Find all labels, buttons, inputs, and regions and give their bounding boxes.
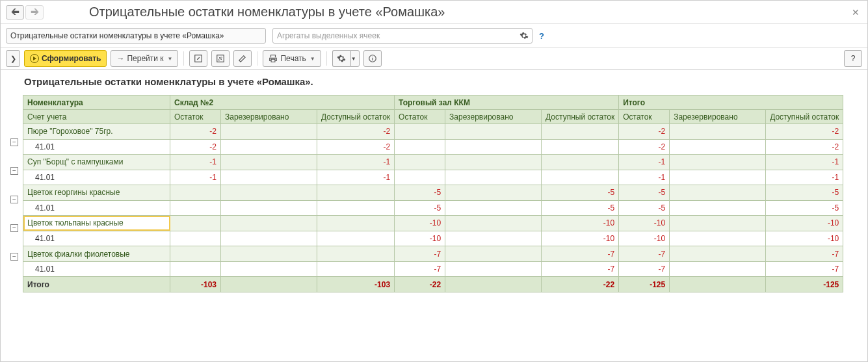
help-button[interactable]: ? [844, 50, 862, 67]
value-cell [317, 261, 395, 277]
value-cell: -7 [766, 246, 843, 262]
caret-down-icon: ▼ [310, 56, 315, 62]
value-cell: -2 [170, 124, 221, 140]
table-row[interactable]: Цветок фиалки фиолетовые-7-7-7-7 [23, 246, 843, 262]
row-expander[interactable]: − [10, 167, 18, 175]
value-cell: -5 [619, 185, 670, 201]
nav-forward-button[interactable]: 🡲 [25, 5, 44, 19]
value-cell [170, 200, 221, 216]
value-cell [445, 231, 542, 246]
value-cell [542, 155, 619, 170]
settings-dropdown[interactable]: ▼ [350, 50, 360, 67]
settings-button[interactable] [332, 50, 350, 67]
nav-back-button[interactable]: 🡰 [6, 5, 24, 19]
value-cell [542, 139, 619, 155]
value-cell [221, 277, 317, 292]
value-cell: -7 [542, 246, 619, 262]
value-cell: -2 [619, 124, 670, 140]
value-cell: -5 [395, 200, 445, 216]
row-group-name: Цветок фиалки фиолетовые [23, 246, 170, 262]
value-cell [170, 246, 221, 262]
value-cell [542, 124, 619, 140]
value-cell: -10 [542, 216, 619, 231]
value-cell [670, 277, 766, 292]
row-account: 41.01 [23, 261, 170, 277]
value-cell: -5 [542, 200, 619, 216]
value-cell [670, 139, 766, 155]
close-button[interactable]: ✕ [849, 6, 862, 19]
value-cell: -10 [619, 216, 670, 231]
value-cell [445, 246, 542, 262]
value-cell: -10 [542, 231, 619, 246]
value-cell: -22 [395, 277, 445, 292]
value-cell [670, 216, 766, 231]
print-button[interactable]: Печать ▼ [263, 50, 321, 67]
value-cell: -125 [766, 277, 843, 292]
value-cell: -1 [317, 170, 395, 185]
table-row[interactable]: 41.01-10-10-10-10 [23, 231, 843, 246]
info-button[interactable] [363, 50, 382, 67]
value-cell [221, 124, 317, 140]
value-cell [221, 246, 317, 262]
goto-button[interactable]: → Перейти к ▼ [111, 50, 178, 67]
value-cell [221, 261, 317, 277]
value-cell: -2 [317, 139, 395, 155]
row-account: 41.01 [23, 231, 170, 246]
table-row[interactable]: 41.01-1-1-1-1 [23, 170, 843, 185]
value-cell: -22 [542, 277, 619, 292]
table-row[interactable]: 41.01-2-2-2-2 [23, 139, 843, 155]
value-cell: -10 [395, 231, 445, 246]
row-expander[interactable]: − [10, 138, 18, 146]
value-cell [670, 124, 766, 140]
value-cell [445, 216, 542, 231]
printer-icon [269, 54, 278, 63]
value-cell [445, 200, 542, 216]
tool-icon-1[interactable] [189, 50, 207, 67]
value-cell: -7 [542, 261, 619, 277]
table-row[interactable]: 41.01-5-5-5-5 [23, 200, 843, 216]
report-name-field[interactable] [6, 28, 266, 44]
generate-button[interactable]: Сформировать [24, 50, 107, 67]
row-expander[interactable]: − [10, 253, 18, 261]
value-cell: -2 [766, 139, 843, 155]
col-account: Счет учета [23, 110, 170, 124]
value-cell: -1 [170, 155, 221, 170]
value-cell [170, 185, 221, 201]
goto-label: Перейти к [127, 54, 163, 63]
row-group-name: Цветок георгины красные [23, 185, 170, 201]
value-cell: -5 [766, 200, 843, 216]
value-cell [445, 277, 542, 292]
aggregates-field[interactable] [272, 28, 533, 44]
row-group-name: Цветок тюльпаны красные [23, 216, 170, 231]
row-group-name: Суп "Борщ" с пампушками [23, 155, 170, 170]
value-cell: -5 [766, 185, 843, 201]
row-expander[interactable]: − [10, 196, 18, 203]
row-account: 41.01 [23, 200, 170, 216]
row-group-name: Пюре "Гороховое" 75гр. [23, 124, 170, 140]
value-cell [670, 170, 766, 185]
info-icon [368, 54, 377, 63]
value-cell: -2 [170, 139, 221, 155]
value-cell [445, 139, 542, 155]
table-row[interactable]: 41.01-7-7-7-7 [23, 261, 843, 277]
table-row[interactable]: Суп "Борщ" с пампушками-1-1-1-1 [23, 155, 843, 170]
value-cell [395, 124, 445, 140]
value-cell [445, 124, 542, 140]
table-row[interactable]: Пюре "Гороховое" 75гр.-2-2-2-2 [23, 124, 843, 140]
expand-panel-button[interactable]: ❯ [6, 50, 20, 67]
table-row[interactable]: Цветок георгины красные-5-5-5-5 [23, 185, 843, 201]
value-cell [670, 231, 766, 246]
aggregates-settings-icon[interactable] [518, 30, 530, 42]
value-cell: -1 [170, 170, 221, 185]
value-cell [670, 185, 766, 201]
value-cell [445, 261, 542, 277]
help-link[interactable]: ? [539, 31, 544, 41]
value-cell: -10 [619, 231, 670, 246]
value-cell [170, 261, 221, 277]
table-row[interactable]: Цветок тюльпаны красные-10-10-10-10 [23, 216, 843, 231]
edit-button[interactable] [233, 50, 252, 67]
row-expander[interactable]: − [10, 224, 18, 232]
play-icon [30, 54, 39, 63]
value-cell [221, 216, 317, 231]
tool-icon-2[interactable] [211, 50, 230, 67]
